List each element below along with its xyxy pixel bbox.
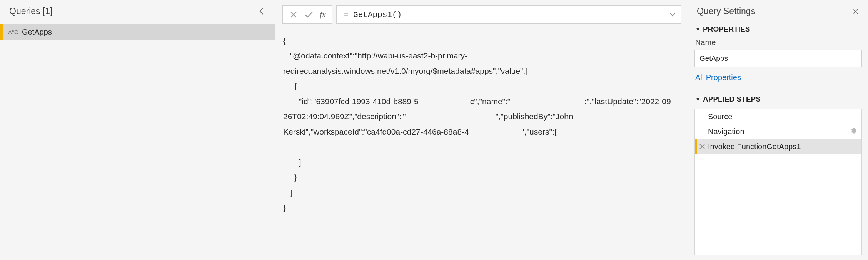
query-item-getapps[interactable]: AᴮC GetApps bbox=[0, 24, 275, 40]
confirm-formula-icon[interactable] bbox=[302, 8, 316, 22]
svg-marker-5 bbox=[696, 98, 700, 101]
query-name-input[interactable] bbox=[694, 50, 862, 67]
collapse-queries-icon[interactable] bbox=[256, 5, 267, 17]
formula-input-container bbox=[336, 5, 681, 24]
result-preview: { "@odata.context":"http://wabi-us-east2… bbox=[282, 33, 681, 215]
applied-steps-section-header[interactable]: APPLIED STEPS bbox=[694, 93, 862, 106]
properties-label: PROPERTIES bbox=[703, 25, 750, 33]
query-settings-header: Query Settings bbox=[694, 5, 862, 23]
queries-header: Queries [1] bbox=[0, 0, 275, 24]
all-properties-link[interactable]: All Properties bbox=[694, 67, 862, 86]
applied-steps-label: APPLIED STEPS bbox=[703, 95, 761, 103]
formula-bar: fx bbox=[282, 5, 681, 24]
applied-steps-list: Source Navigation Invoked FunctionGetApp… bbox=[694, 109, 862, 255]
expand-formula-icon[interactable] bbox=[668, 10, 678, 20]
close-settings-icon[interactable] bbox=[850, 7, 860, 17]
collapse-properties-icon bbox=[695, 27, 701, 32]
text-type-icon: AᴮC bbox=[8, 29, 17, 36]
name-field-label: Name bbox=[694, 36, 862, 50]
queries-title: Queries [1] bbox=[9, 6, 53, 17]
query-item-label: GetApps bbox=[22, 28, 52, 37]
step-label: Source bbox=[708, 112, 732, 121]
step-source[interactable]: Source bbox=[695, 109, 861, 124]
step-label: Invoked FunctionGetApps1 bbox=[708, 142, 801, 151]
delete-step-icon[interactable] bbox=[699, 142, 705, 151]
query-settings-panel: Query Settings PROPERTIES Name All Prope… bbox=[688, 0, 868, 260]
step-invoked-function[interactable]: Invoked FunctionGetApps1 bbox=[695, 139, 861, 154]
queries-panel: Queries [1] AᴮC GetApps bbox=[0, 0, 275, 260]
cancel-formula-icon[interactable] bbox=[287, 8, 300, 22]
step-navigation[interactable]: Navigation bbox=[695, 124, 861, 139]
collapse-steps-icon bbox=[695, 97, 701, 102]
svg-marker-4 bbox=[696, 28, 700, 31]
fx-icon[interactable]: fx bbox=[317, 10, 328, 20]
query-settings-title: Query Settings bbox=[697, 6, 755, 17]
center-panel: fx { "@odata.context":"http://wabi-us-ea… bbox=[275, 0, 688, 260]
properties-section-header[interactable]: PROPERTIES bbox=[694, 23, 862, 36]
formula-input[interactable] bbox=[343, 10, 674, 20]
step-label: Navigation bbox=[708, 127, 744, 136]
gear-icon[interactable] bbox=[850, 127, 857, 136]
formula-actions: fx bbox=[282, 5, 332, 24]
